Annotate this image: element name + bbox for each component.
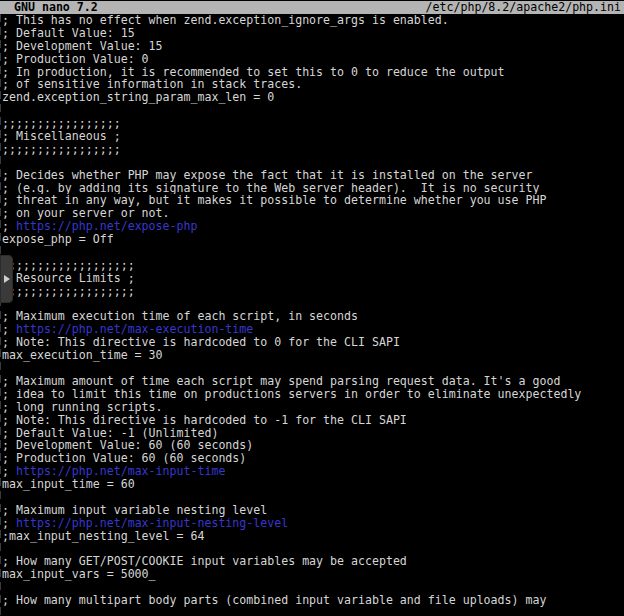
file-path: /etc/php/8.2/apache2/php.ini [426, 1, 624, 14]
editor-line: ; Default Value: -1 (Unlimited) [0, 427, 624, 440]
editor-line [0, 491, 624, 504]
editor-line [0, 543, 624, 556]
editor-line: max_input_time = 60 [0, 478, 624, 491]
editor-line: ;;;;;;;;;;;;;;;;;;; [0, 259, 624, 272]
editor-line [0, 298, 624, 311]
editor-line: ; https://php.net/expose-php [0, 220, 624, 233]
editor-line: ; Maximum input variable nesting level [0, 504, 624, 517]
editor-line: ; This has no effect when zend.exception… [0, 14, 624, 27]
editor-line: ; Note: This directive is hardcoded to -… [0, 414, 624, 427]
nano-titlebar: GNU nano 7.2 /etc/php/8.2/apache2/php.in… [0, 1, 624, 14]
php-doc-url: https://php.net/max-input-time [16, 465, 225, 478]
editor-line: ; https://php.net/max-input-nesting-leve… [0, 517, 624, 530]
editor-line: ; on your server or not. [0, 207, 624, 220]
editor-line: zend.exception_string_param_max_len = 0 [0, 91, 624, 104]
editor-line [0, 104, 624, 117]
editor-line: ; Production Value: 60 (60 seconds) [0, 452, 624, 465]
editor-line: ; https://php.net/max-input-time [0, 465, 624, 478]
expand-right-triangle-icon [4, 275, 10, 283]
nano-terminal-window: GNU nano 7.2 /etc/php/8.2/apache2/php.in… [0, 0, 624, 616]
editor-line: ; Production Value: 0 [0, 53, 624, 66]
editor-line: expose_php = Off [0, 233, 624, 246]
editor-line [0, 156, 624, 169]
php-doc-url: https://php.net/expose-php [16, 220, 197, 233]
editor-line: ; In production, it is recommended to se… [0, 66, 624, 79]
editor-line [0, 362, 624, 375]
editor-text-area[interactable]: ; This has no effect when zend.exception… [0, 14, 624, 616]
sidebar-toggle-tab[interactable] [0, 255, 13, 303]
editor-line: ; of sensitive information in stack trac… [0, 78, 624, 91]
editor-line: ; Development Value: 15 [0, 40, 624, 53]
editor-line: ; How many multipart body parts (combine… [0, 594, 624, 607]
editor-line: ; idea to limit this time on productions… [0, 388, 624, 401]
editor-line: ; long running scripts. [0, 401, 624, 414]
editor-line: ; Development Value: 60 (60 seconds) [0, 439, 624, 452]
editor-line: max_input_vars = 5000_ [0, 568, 624, 581]
editor-line: ; Note: This directive is hardcoded to 0… [0, 336, 624, 349]
app-title: GNU nano 7.2 [0, 1, 98, 14]
php-doc-url: https://php.net/max-execution-time [16, 323, 253, 336]
editor-line: ; Miscellaneous ; [0, 130, 624, 143]
editor-line: ; (e.g. by adding its signature to the W… [0, 182, 624, 195]
editor-line: ; threat in any way, but it makes it pos… [0, 194, 624, 207]
editor-line: ;;;;;;;;;;;;;;;;; [0, 143, 624, 156]
text-cursor: _ [149, 568, 156, 581]
editor-line: ; Maximum amount of time each script may… [0, 375, 624, 388]
editor-line: ;;;;;;;;;;;;;;;;; [0, 117, 624, 130]
editor-line: ; Default Value: 15 [0, 27, 624, 40]
php-doc-url: https://php.net/max-input-nesting-level [16, 517, 288, 530]
editor-line [0, 581, 624, 594]
editor-line: ; Maximum execution time of each script,… [0, 310, 624, 323]
editor-line: ; https://php.net/max-execution-time [0, 323, 624, 336]
editor-line: ; How many GET/POST/COOKIE input variabl… [0, 555, 624, 568]
editor-line: ;;;;;;;;;;;;;;;;;;; [0, 285, 624, 298]
editor-line [0, 246, 624, 259]
editor-line: ; Decides whether PHP may expose the fac… [0, 169, 624, 182]
editor-line: ; Resource Limits ; [0, 272, 624, 285]
editor-line: ;max_input_nesting_level = 64 [0, 530, 624, 543]
editor-line: max_execution_time = 30 [0, 349, 624, 362]
